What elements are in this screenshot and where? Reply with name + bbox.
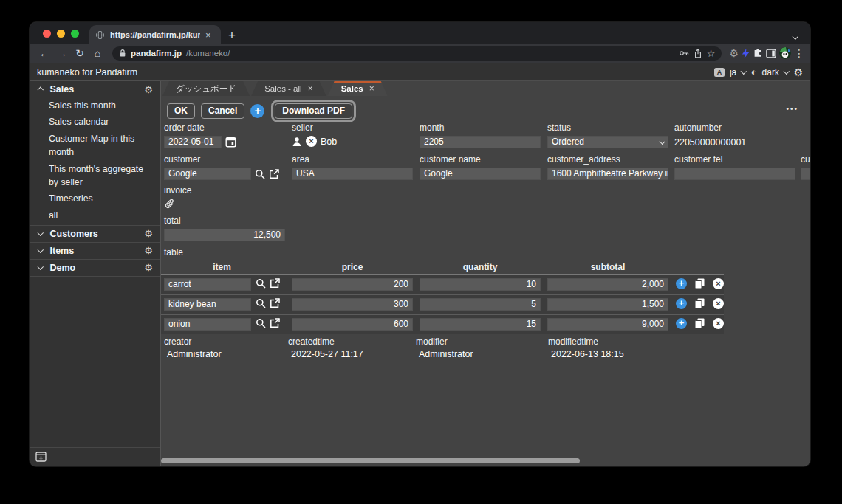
section-gear-icon[interactable]: ⚙ <box>144 263 153 272</box>
order-date-label: order date <box>164 122 236 133</box>
tab-close-icon[interactable]: × <box>205 30 211 40</box>
month-input[interactable]: 2205 <box>420 136 541 148</box>
quantity-input[interactable]: 5 <box>420 298 541 311</box>
customer-address-input[interactable]: 1600 Amphitheatre Parkway ir <box>547 168 668 180</box>
item-input[interactable]: onion <box>164 318 251 331</box>
home-icon[interactable]: ⌂ <box>90 48 105 58</box>
lightning-extension-icon[interactable] <box>742 49 750 58</box>
collapse-chevron-icon[interactable] <box>38 88 44 94</box>
add-row-icon[interactable]: + <box>676 318 687 329</box>
minimize-window-button[interactable] <box>57 30 65 38</box>
add-row-icon[interactable]: + <box>676 278 687 289</box>
open-external-icon[interactable] <box>270 298 280 308</box>
url-path: /kumaneko/ <box>186 49 230 58</box>
url-bar[interactable]: pandafirm.jp /kumaneko/ ☆ <box>112 46 722 61</box>
item-input[interactable]: kidney bean <box>164 298 251 311</box>
forward-icon[interactable]: → <box>55 48 69 58</box>
reload-icon[interactable]: ↻ <box>72 48 87 58</box>
new-tab-button[interactable]: + <box>228 29 236 41</box>
price-input[interactable]: 200 <box>292 278 413 291</box>
subtotal-input: 9,000 <box>547 318 668 331</box>
paperclip-icon[interactable] <box>164 199 191 210</box>
order-date-input[interactable]: 2022-05-01 <box>164 136 222 148</box>
cancel-button[interactable]: Cancel <box>201 103 244 119</box>
sidebar-item-aggregate-by-seller[interactable]: This month's aggregate by seller <box>30 161 160 191</box>
share-icon[interactable] <box>694 49 702 58</box>
settings-gear-icon[interactable]: ⚙ <box>729 48 739 58</box>
section-gear-icon[interactable]: ⚙ <box>144 229 153 238</box>
side-panel-icon[interactable] <box>766 49 776 58</box>
customer-name-input[interactable]: Google <box>420 168 541 180</box>
duplicate-row-icon[interactable] <box>694 298 705 309</box>
search-icon[interactable] <box>256 298 266 308</box>
search-icon[interactable] <box>256 318 266 328</box>
download-pdf-button[interactable]: Download PDF <box>275 103 352 119</box>
add-row-icon[interactable]: + <box>676 298 687 309</box>
expand-chevron-icon[interactable] <box>38 246 44 252</box>
language-select[interactable]: ja <box>730 67 736 77</box>
status-select[interactable]: Ordered <box>547 136 668 148</box>
sidebar-item-customer-map[interactable]: Customer Map in this month <box>30 131 160 162</box>
tab-dashboard[interactable]: ダッシュボード <box>162 81 250 96</box>
price-input[interactable]: 300 <box>292 298 413 311</box>
sidebar-item-all[interactable]: all <box>30 208 160 225</box>
delete-row-icon[interactable]: × <box>713 278 724 289</box>
tab-close-icon[interactable]: × <box>308 83 313 94</box>
password-key-icon[interactable] <box>679 49 689 58</box>
calendar-icon[interactable] <box>225 137 236 148</box>
sidebar-item-sales-this-month[interactable]: Sales this month <box>30 97 160 114</box>
open-external-icon[interactable] <box>270 318 280 328</box>
tab-sales-all[interactable]: Sales - all × <box>251 81 326 96</box>
app-settings-gear-icon[interactable]: ⚙ <box>793 66 803 78</box>
add-app-icon[interactable] <box>35 452 154 462</box>
delete-row-icon[interactable]: × <box>713 318 724 329</box>
theme-select[interactable]: dark <box>762 67 779 77</box>
expand-chevron-icon[interactable] <box>38 263 44 269</box>
extensions-puzzle-icon[interactable] <box>753 48 763 58</box>
close-window-button[interactable] <box>43 30 51 38</box>
quantity-input[interactable]: 10 <box>420 278 541 291</box>
expand-chevron-icon[interactable] <box>38 229 44 235</box>
language-chevron-icon[interactable] <box>741 68 747 74</box>
bookmark-star-icon[interactable]: ☆ <box>707 49 716 58</box>
browser-tab[interactable]: https://pandafirm.jp/kumaneko × <box>89 25 221 44</box>
tab-close-icon[interactable]: × <box>369 83 374 94</box>
profile-avatar[interactable] <box>779 47 791 59</box>
delete-row-icon[interactable]: × <box>713 298 724 309</box>
item-input[interactable]: carrot <box>164 278 251 291</box>
traffic-lights <box>30 22 89 44</box>
tab-search-chevron-icon[interactable] <box>792 33 798 39</box>
section-gear-icon[interactable]: ⚙ <box>144 246 153 255</box>
add-record-plus-icon[interactable]: + <box>250 104 264 118</box>
theme-chevron-icon[interactable] <box>784 68 790 74</box>
sidebar-item-sales-calendar[interactable]: Sales calendar <box>30 114 160 131</box>
app-title: kumaneko for Pandafirm <box>37 67 137 77</box>
open-external-icon[interactable] <box>270 278 280 289</box>
sidebar-section-sales[interactable]: Sales ⚙ <box>30 81 160 97</box>
back-icon[interactable]: ← <box>37 48 52 58</box>
open-external-icon[interactable] <box>269 169 279 179</box>
ok-button[interactable]: OK <box>167 103 195 119</box>
sidebar-item-timeseries[interactable]: Timeseries <box>30 191 160 208</box>
search-icon[interactable] <box>256 278 266 289</box>
maximize-window-button[interactable] <box>71 30 79 38</box>
customer-input[interactable]: Google <box>164 168 251 180</box>
quantity-input[interactable]: 15 <box>420 318 541 331</box>
price-input[interactable]: 600 <box>292 318 413 331</box>
more-options-icon[interactable]: ••• <box>786 105 798 113</box>
browser-tab-strip: https://pandafirm.jp/kumaneko × + <box>30 22 810 44</box>
tab-sales[interactable]: Sales × <box>328 81 388 96</box>
remove-seller-icon[interactable]: × <box>306 136 317 147</box>
browser-menu-dots-icon[interactable]: ⋮ <box>794 48 804 58</box>
horizontal-scrollbar-thumb[interactable] <box>161 458 580 463</box>
clipped-field-input[interactable] <box>801 168 810 180</box>
sidebar-section-items[interactable]: Items ⚙ <box>30 242 160 259</box>
duplicate-row-icon[interactable] <box>694 318 705 329</box>
search-icon[interactable] <box>255 169 265 179</box>
duplicate-row-icon[interactable] <box>694 278 705 289</box>
sidebar-section-demo[interactable]: Demo ⚙ <box>30 259 160 277</box>
customer-tel-input[interactable] <box>674 168 795 180</box>
sidebar-section-customers[interactable]: Customers ⚙ <box>30 225 160 242</box>
area-input[interactable]: USA <box>292 168 413 180</box>
section-gear-icon[interactable]: ⚙ <box>144 85 153 94</box>
